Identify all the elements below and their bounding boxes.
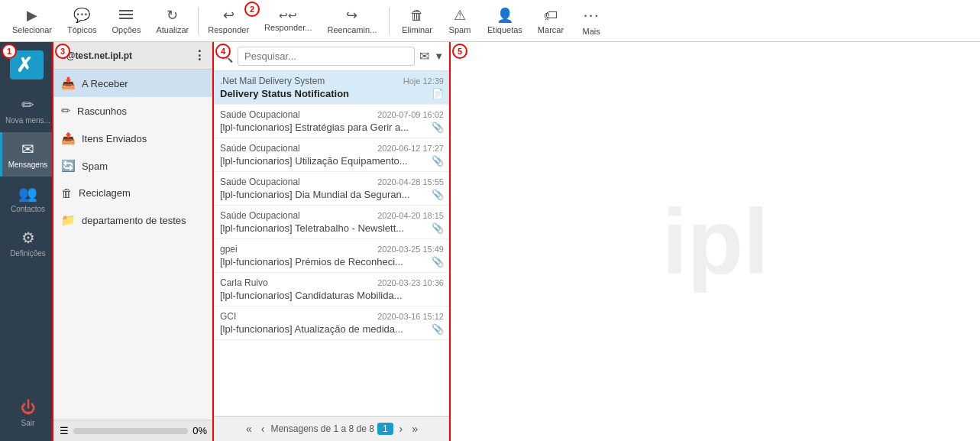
nav-item-compose[interactable]: ✏ Nova mens... (0, 88, 53, 132)
more-icon: ··· (583, 5, 599, 25)
email-sender: gpei (220, 244, 238, 255)
sent-label: Itens Enviados (82, 133, 147, 144)
email-sender: Carla Ruivo (220, 277, 268, 288)
annotation-4: 4 (215, 44, 231, 59)
mark-icon: 🏷 (544, 8, 558, 24)
email-subject-row: Delivery Status Notification📄 (220, 88, 444, 99)
toolbar-options-btn[interactable]: Opções (106, 5, 147, 37)
preview-panel: 5 ipl (451, 42, 980, 441)
toolbar-refresh-btn[interactable]: ↻ Atualizar (150, 4, 195, 37)
folder-item-spam[interactable]: 🔄 Spam (53, 152, 213, 180)
more-label: Mais (582, 27, 600, 36)
email-list-item[interactable]: Saúde Ocupacional2020-07-09 16:02[lpl-fu… (214, 105, 450, 138)
drafts-label: Rascunhos (77, 105, 127, 117)
storage-percent: 0% (192, 425, 207, 436)
annotation-3: 3 (55, 44, 70, 59)
drafts-icon: ✏ (61, 104, 71, 118)
reply-icon: ↩ (223, 7, 234, 24)
nav-item-logout[interactable]: ⏻ Sair (0, 391, 53, 435)
spam-label: Spam (449, 25, 471, 34)
email-sender-row: .Net Mail Delivery SystemHoje 12:39 (220, 76, 444, 86)
next-page-btn[interactable]: › (396, 421, 406, 436)
folder-item-drafts[interactable]: ✏ Rascunhos (53, 97, 213, 125)
toolbar-select-btn[interactable]: ▶ Selecionar (6, 4, 58, 37)
nav-item-settings[interactable]: ⚙ Definições (0, 221, 53, 265)
folder-item-sent[interactable]: 📤 Itens Enviados (53, 125, 213, 152)
email-list-item[interactable]: gpei2020-03-25 15:49[lpl-funcionarios] P… (214, 239, 450, 273)
delete-label: Eliminar (402, 25, 432, 34)
email-list-item[interactable]: Saúde Ocupacional2020-06-12 17:27[lpl-fu… (214, 138, 450, 172)
select-icon: ▶ (27, 7, 37, 24)
toolbar-right-group: ↩ Responder ↩↩ Responder... ↪ Reencamin.… (202, 2, 610, 39)
folder-item-inbox[interactable]: 📥 A Receber (53, 70, 213, 97)
nav-item-messages[interactable]: ✉ Mensagens (0, 132, 53, 177)
settings-icon: ⚙ (21, 229, 35, 247)
email-list-item[interactable]: Saúde Ocupacional2020-04-28 15:55[lpl-fu… (214, 172, 450, 206)
attachment-icon: 📎 (432, 189, 444, 200)
email-sender-row: Saúde Ocupacional2020-06-12 17:27 (220, 143, 444, 154)
options-label: Opções (112, 25, 141, 34)
spam-folder-label: Spam (82, 161, 108, 172)
nav-item-contacts[interactable]: 👥 Contactos (0, 177, 53, 221)
storage-progress-bar (73, 428, 188, 434)
folder-menu-icon[interactable]: ⋮ (193, 48, 205, 63)
first-page-btn[interactable]: « (243, 421, 255, 436)
attachment-icon: 📎 (432, 222, 444, 234)
left-nav: 1 ✗ ✏ Nova mens... ✉ Mensagens 👥 Contact… (0, 42, 53, 441)
toolbar-separator-2 (389, 8, 390, 34)
reply-all-label: Responder... (264, 23, 312, 32)
logout-icon: ⏻ (21, 399, 36, 417)
contacts-icon: 👥 (18, 184, 37, 203)
folder-item-trash[interactable]: 🗑 Reciclagem (53, 180, 213, 206)
prev-page-btn[interactable]: ‹ (258, 421, 268, 436)
email-sender-row: GCI2020-03-16 15:12 (220, 311, 444, 322)
svg-text:✗: ✗ (16, 54, 33, 76)
forward-icon: ↪ (346, 7, 357, 24)
email-subject-row: [lpl-funcionarios] Estratégias para Geri… (220, 122, 444, 133)
mail-icon: ✉ (419, 49, 429, 63)
email-subject-row: [lpl-funcionarios] Utilização Equipament… (220, 155, 444, 167)
preview-logo-watermark: ipl (662, 189, 769, 294)
toolbar-delete-btn[interactable]: 🗑 Eliminar (396, 5, 438, 37)
inbox-label: A Receber (82, 78, 128, 89)
email-list-item[interactable]: Carla Ruivo2020-03-23 10:36[lpl-funciona… (214, 273, 450, 306)
email-date: 2020-04-28 15:55 (377, 177, 444, 186)
email-subject: [lpl-funcionarios] Prémios de Reconheci.… (220, 256, 403, 268)
dept-label: departamento de testes (82, 215, 186, 226)
email-list-item[interactable]: .Net Mail Delivery SystemHoje 12:39Deliv… (214, 71, 450, 105)
last-page-btn[interactable]: » (409, 421, 421, 436)
email-list-item[interactable]: GCI2020-03-16 15:12[lpl-funcionarios] At… (214, 306, 450, 340)
toolbar-reply-all-btn[interactable]: ↩↩ Responder... (258, 6, 318, 35)
dropdown-arrow-icon[interactable]: ▼ (434, 50, 444, 62)
folder-bottom: ☰ 0% (53, 420, 213, 441)
email-date: 2020-07-09 16:02 (377, 110, 444, 119)
labels-icon: 👤 (496, 7, 513, 24)
toolbar-mark-btn[interactable]: 🏷 Marcar (532, 5, 570, 37)
toolbar-spam-btn[interactable]: ⚠ Spam (441, 4, 478, 37)
nav-contacts-label: Contactos (11, 205, 45, 213)
search-input[interactable] (238, 47, 415, 66)
toolbar-forward-btn[interactable]: ↪ Reencamin... (321, 4, 383, 37)
nav-compose-label: Nova mens... (5, 116, 50, 125)
search-bar: 🔍 ✉ ▼ (214, 42, 450, 71)
email-subject: [lpl-funcionarios] Estratégias para Geri… (220, 122, 409, 133)
pagination-text: Mensagens de 1 a 8 de 8 (270, 423, 374, 434)
toolbar: 2 ▶ Selecionar 💬 Tópicos Opções ↻ Atuali… (0, 0, 980, 42)
email-subject-row: [lpl-funcionarios] Atualização de medida… (220, 323, 444, 335)
email-sender-row: Saúde Ocupacional2020-04-28 15:55 (220, 177, 444, 187)
toolbar-labels-btn[interactable]: 👤 Etiquetas (481, 4, 529, 37)
topics-label: Tópicos (67, 25, 97, 34)
spam-folder-icon: 🔄 (61, 159, 76, 173)
folder-header: 4@test.net.ipl.pt ⋮ (53, 42, 213, 70)
email-subject: [lpl-funcionarios] Dia Mundial da Segura… (220, 189, 410, 200)
toolbar-more-btn[interactable]: ··· Mais (573, 2, 610, 39)
email-list: .Net Mail Delivery SystemHoje 12:39Deliv… (214, 71, 450, 416)
compose-icon: ✏ (21, 96, 34, 114)
toolbar-topics-btn[interactable]: 💬 Tópicos (61, 4, 103, 37)
email-subject-row: [lpl-funcionarios] Teletrabalho - Newsle… (220, 222, 444, 234)
email-sender-row: gpei2020-03-25 15:49 (220, 244, 444, 255)
folder-item-dept[interactable]: 📁 departamento de testes (53, 206, 213, 234)
reply-label: Responder (208, 25, 249, 34)
email-list-item[interactable]: Saúde Ocupacional2020-04-20 18:15[lpl-fu… (214, 206, 450, 239)
email-sender-row: Saúde Ocupacional2020-04-20 18:15 (220, 210, 444, 221)
